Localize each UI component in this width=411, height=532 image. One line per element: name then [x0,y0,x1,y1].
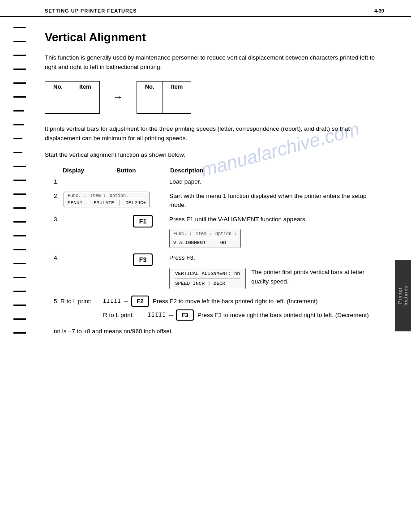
table2-header-item: Item [163,81,191,92]
f3-label-step4: F3 [139,256,146,263]
lcd2-func-label: Func. ↓ [173,231,192,237]
lcd2-valign: V-ALIGNMENT [173,239,206,247]
step-3-num: 3. [54,215,64,223]
margin-marks [13,27,26,346]
step-5b: R to L print: IIIII → F3 Press F3 to mov… [54,309,375,321]
step-4-num: 4. [54,253,64,261]
table1-cell-2a [45,103,71,113]
mark-20 [13,291,26,292]
f3-button-step4[interactable]: F3 [133,253,153,266]
page-title: Vertical Alignment [45,30,375,44]
mark-19 [13,277,26,278]
table1-cell-2b [71,103,99,113]
mark-9 [13,138,22,139]
header-left: SETTING UP PRINTER FEATURES [45,8,137,13]
mark-1 [13,27,26,28]
table1-row-2 [45,103,100,113]
col-display-label: Display [63,167,116,174]
mark-14 [13,207,26,209]
f1-button[interactable]: F1 [133,215,153,227]
step-1-num: 1. [54,177,64,185]
col-button-label: Button [116,167,170,174]
table2-cell-2a [137,103,163,113]
table1-cell-1a [45,92,71,103]
lcd-item-label: Item ↓ [90,193,106,198]
table2-row-2 [137,103,191,113]
step-4-button: F3 [116,253,169,266]
table2-header-no: No. [137,81,163,92]
mark-8 [13,124,24,125]
mark-10 [13,152,22,153]
step-1-desc: Load paper. [169,177,375,186]
step-5-num-label: 5. R to L print: [54,298,103,305]
step-2-display: Func. ↓ Item ↓ Option↓ MENU1 EMULATE DPL… [64,192,116,207]
step-2-button [116,192,169,201]
col-desc-label: Description [170,167,375,174]
lcd2-item-label: Item ↓ [196,231,212,237]
f1-label: F1 [139,218,146,225]
lcd-func-label: Func. ↓ [68,193,86,198]
step-3-display [64,215,116,224]
diagram-table-2: No. Item [137,81,192,114]
step-5a: 5. R to L print: IIIII ← F2 Press F2 to … [54,296,375,307]
step-2-num: 2. [54,192,64,199]
step-4-press-text: Press F3. [169,254,195,261]
main-content: Vertical Alignment This function is gene… [0,21,411,343]
intro-text: This function is generally used by maint… [45,53,375,72]
lcd-emulate: EMULATE [94,200,114,206]
mark-15 [13,221,26,223]
mark-5 [13,82,26,84]
lcd2-go: GO [220,239,226,247]
mark-11 [13,166,26,167]
mark-23 [13,332,26,334]
table1-header-item: Item [71,81,99,92]
mark-6 [13,96,26,98]
mark-22 [13,318,26,320]
lcd2-row1: Func. ↓ Item ↓ Option ↓ [173,231,237,237]
page-header: SETTING UP PRINTER FEATURES 4-39 [0,0,411,17]
mark-12 [13,180,26,181]
table2-cell-2b [163,103,191,113]
table1-cell-1b [71,92,99,103]
speed-display: VERTICAL ALIGNMENT: nn SPEED INCR : DECR [169,268,246,289]
mark-3 [13,55,26,56]
step-5b-label: R to L print: [103,312,148,318]
step-3-desc: Press F1 until the V-ALIGNMENT function … [169,215,375,248]
steps-header: Display Button Description [45,167,375,174]
step-5a-arrow: ← [123,298,129,305]
lcd2-row2: V-ALIGNMENT GO [173,238,237,247]
table2-cell-1a [137,92,163,103]
body-text-1: It prints vertical bars for adjustment f… [45,124,375,143]
step-4-desc-col: Press F3. VERTICAL ALIGNMENT: nn SPEED I… [169,253,375,289]
body-text-2: Start the vertical alignment function as… [45,150,375,160]
step-5b-desc: Press F3 to move right the bars printed … [197,311,375,320]
f3-button-step5[interactable]: F3 [176,309,194,321]
mark-21 [13,305,26,306]
step-4-speed-desc: The printer first prints vertical bars a… [251,268,375,286]
sidebar-tab: Printerfeatures [395,260,411,331]
mark-4 [13,69,26,70]
page-container: Printerfeatures manualarchive.com SETTIN… [0,0,411,532]
mark-17 [13,249,26,250]
step-5a-desc: Press F2 to move left the bars printed r… [153,297,375,306]
f2-button[interactable]: F2 [131,296,149,307]
mark-7 [13,110,24,112]
speed-row2: SPEED INCR : DECR [175,280,240,287]
mark-13 [13,193,26,195]
step-3-lcd: Func. ↓ Item ↓ Option ↓ V-ALIGNMENT GO [169,229,241,249]
mark-18 [13,263,26,264]
step-3: 3. F1 Press F1 until the V-ALIGNMENT fun… [45,215,375,248]
lcd2-option-label: Option ↓ [215,231,237,237]
step-5b-arrow: → [168,312,174,319]
diagram-area: No. Item → [45,81,375,114]
table2-cell-1b [163,92,191,103]
speed-row1: VERTICAL ALIGNMENT: nn [175,270,240,279]
mark-16 [13,235,26,236]
step-5-area: 5. R to L print: IIIII ← F2 Press F2 to … [45,296,375,321]
step-4: 4. F3 Press F3. VERTICAL ALIGNMENT: nn S… [45,253,375,289]
step-5b-bars: IIIII [148,312,166,318]
diagram-arrow: → [113,91,123,103]
lcd-menu1: MENU1 [68,200,82,206]
mark-2 [13,41,26,42]
step-2: 2. Func. ↓ Item ↓ Option↓ MENU1 EMULATE … [45,192,375,210]
